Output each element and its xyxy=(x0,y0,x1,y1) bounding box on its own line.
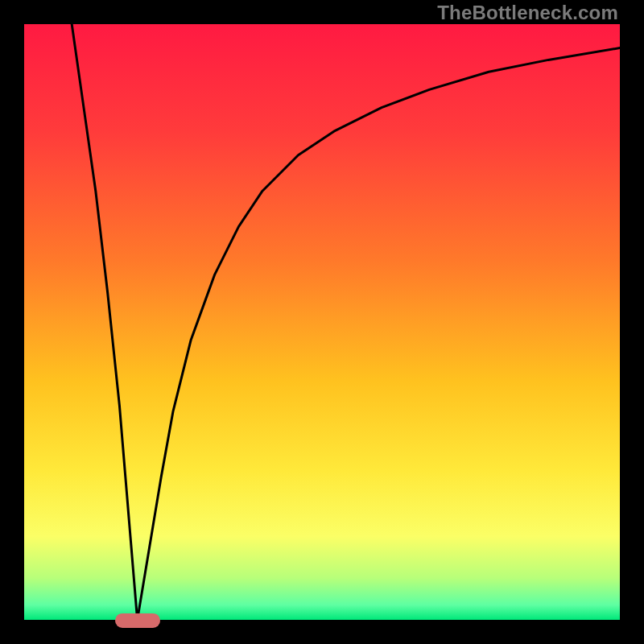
watermark-text: TheBottleneck.com xyxy=(437,2,618,24)
outer-frame: TheBottleneck.com xyxy=(0,0,644,644)
plot-area xyxy=(24,24,620,620)
chart-svg xyxy=(24,24,620,620)
gradient-background xyxy=(24,24,620,620)
